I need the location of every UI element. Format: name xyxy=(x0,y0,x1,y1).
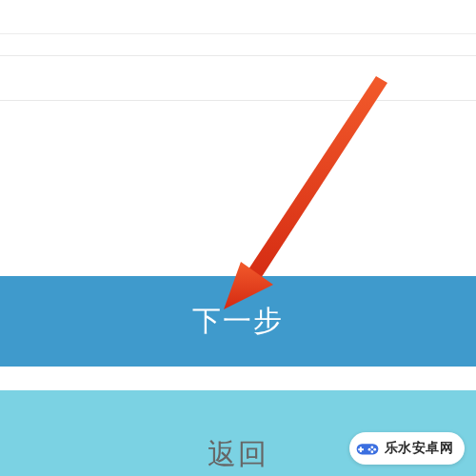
next-button[interactable]: 下一步 xyxy=(0,276,476,367)
watermark-text: 乐水安卓网 xyxy=(385,440,454,457)
svg-point-3 xyxy=(370,446,373,448)
watermark: 乐水安卓网 xyxy=(349,432,466,465)
svg-rect-2 xyxy=(358,448,364,450)
content-area xyxy=(0,100,476,276)
svg-point-4 xyxy=(373,448,376,451)
svg-point-5 xyxy=(370,450,373,453)
svg-point-6 xyxy=(367,448,370,451)
back-button-label: 返回 xyxy=(208,435,268,474)
gamepad-icon xyxy=(355,436,380,461)
list-row[interactable] xyxy=(0,55,476,101)
top-area xyxy=(0,0,476,100)
divider xyxy=(0,33,476,34)
next-button-label: 下一步 xyxy=(192,302,284,341)
button-gap xyxy=(0,367,476,390)
